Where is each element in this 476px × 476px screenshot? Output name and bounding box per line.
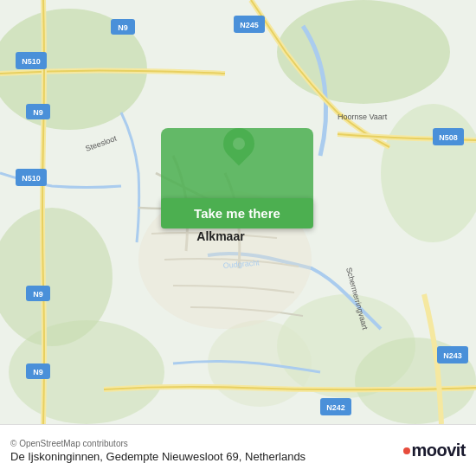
svg-text:N9: N9: [118, 23, 128, 32]
svg-text:N243: N243: [443, 351, 462, 360]
moovit-dot: [403, 447, 410, 454]
moovit-logo: moovit: [403, 441, 466, 460]
svg-text:N9: N9: [33, 290, 43, 299]
footer-bar: © OpenStreetMap contributors De Ijskonin…: [0, 424, 476, 476]
svg-text:N508: N508: [439, 133, 458, 142]
svg-text:N242: N242: [326, 403, 345, 412]
svg-text:Hoornsе Vaart: Hoornsе Vaart: [338, 113, 388, 121]
footer-address: De Ijskoninginnen, Gedempte Nieuwesloot …: [10, 450, 306, 463]
take-me-there-button[interactable]: Take me there: [161, 198, 313, 228]
svg-text:N9: N9: [33, 108, 43, 117]
svg-text:N245: N245: [240, 21, 259, 29]
map-container: N510 N9 N510 N9 N9 N245 N508 N242 N243 N…: [0, 0, 476, 424]
svg-text:N510: N510: [22, 174, 41, 183]
svg-text:N9: N9: [33, 368, 43, 376]
svg-text:N510: N510: [22, 57, 41, 66]
footer-left: © OpenStreetMap contributors De Ijskonin…: [10, 439, 306, 463]
svg-point-2: [277, 0, 450, 104]
footer-copyright: © OpenStreetMap contributors: [10, 439, 306, 448]
svg-text:Alkmaar: Alkmaar: [196, 229, 245, 243]
